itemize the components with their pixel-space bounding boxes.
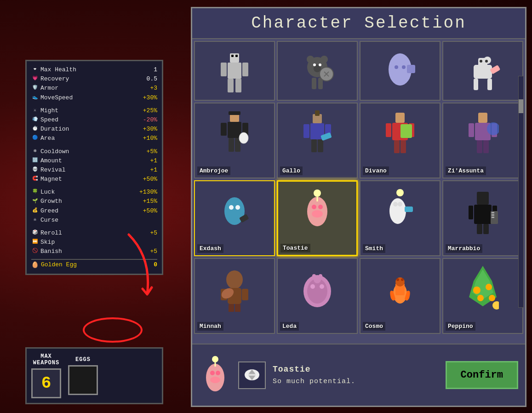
svg-rect-6 bbox=[231, 55, 234, 57]
char-card-skeleton[interactable] bbox=[194, 41, 275, 101]
scroll-thumb[interactable] bbox=[519, 99, 523, 113]
svg-point-75 bbox=[396, 189, 404, 196]
svg-point-67 bbox=[318, 205, 323, 209]
svg-point-20 bbox=[395, 65, 398, 69]
svg-point-66 bbox=[312, 205, 316, 209]
selected-char-desc: So much potential. bbox=[273, 378, 439, 385]
greed-icon: 💰 bbox=[31, 207, 39, 215]
svg-point-38 bbox=[239, 132, 248, 143]
svg-rect-76 bbox=[477, 192, 489, 205]
toastie-sprite bbox=[301, 189, 333, 235]
armor-icon: 🛡️ bbox=[31, 85, 39, 92]
golden-egg-row: 🥚 Golden Egg 0 bbox=[31, 259, 157, 270]
char-card-cosmo[interactable]: Cosmo bbox=[360, 258, 440, 334]
char-card-divano[interactable]: Divano bbox=[360, 103, 440, 178]
svg-point-99 bbox=[319, 274, 322, 278]
stat-banish: 🚫 Banish +5 bbox=[31, 247, 157, 256]
char-card-ambrojoe[interactable]: Ambrojoe bbox=[194, 103, 275, 178]
char-card-exdash[interactable]: Exdash bbox=[194, 180, 275, 256]
svg-point-86 bbox=[226, 270, 243, 289]
svg-rect-74 bbox=[405, 206, 413, 212]
char-name-gallo: Gallo bbox=[280, 166, 303, 175]
svg-point-68 bbox=[312, 210, 323, 218]
char-card-ziassunta[interactable]: Zi'Assunta bbox=[442, 103, 523, 178]
svg-point-73 bbox=[398, 202, 402, 206]
stat-cooldown: ❄️ Cooldown +5% bbox=[31, 148, 157, 156]
health-icon: ❤️ bbox=[31, 66, 39, 74]
char-name-divano: Divano bbox=[363, 166, 389, 175]
svg-rect-47 bbox=[395, 113, 405, 123]
char-name-minnah: Minnah bbox=[197, 322, 223, 331]
stat-recovery: 💗 Recovery 0.5 bbox=[31, 75, 157, 83]
stat-max-health: ❤️ Max Health 1 bbox=[31, 66, 157, 74]
stat-movespeed: 👟 MoveSpeed +30% bbox=[31, 94, 157, 102]
exdash-sprite bbox=[218, 188, 251, 234]
char-name-exdash: Exdash bbox=[197, 244, 223, 253]
svg-rect-90 bbox=[229, 304, 234, 312]
char-name-marrabbio: Marrabbio bbox=[446, 244, 482, 253]
svg-rect-5 bbox=[235, 79, 241, 92]
amount-icon: 🔢 bbox=[31, 157, 39, 165]
svg-rect-22 bbox=[407, 65, 415, 73]
char-card-smith[interactable]: Smith bbox=[360, 180, 440, 256]
svg-rect-53 bbox=[400, 124, 412, 138]
svg-rect-1 bbox=[228, 63, 241, 79]
svg-rect-84 bbox=[492, 214, 494, 216]
confirm-button[interactable]: Confirm bbox=[446, 361, 518, 389]
svg-point-103 bbox=[396, 278, 399, 281]
svg-rect-81 bbox=[483, 224, 489, 234]
char-card-minnah[interactable]: Minnah bbox=[194, 258, 275, 334]
title-bar: Character Selection bbox=[192, 8, 525, 39]
char-card-gallo[interactable]: Gallo bbox=[277, 103, 358, 178]
svg-rect-56 bbox=[469, 123, 474, 137]
svg-rect-43 bbox=[311, 139, 317, 152]
eggs-box bbox=[68, 365, 98, 395]
svg-rect-85 bbox=[492, 217, 494, 218]
svg-rect-49 bbox=[386, 123, 391, 137]
char-card-bear[interactable] bbox=[277, 41, 358, 101]
max-weapons-section: MAX WEAPONS 6 bbox=[31, 353, 61, 398]
svg-rect-0 bbox=[230, 53, 239, 63]
svg-rect-91 bbox=[235, 304, 240, 312]
banish-icon: 🚫 bbox=[31, 248, 39, 255]
svg-point-104 bbox=[401, 278, 404, 281]
char-card-leda[interactable]: Leda bbox=[277, 258, 358, 334]
char-description: Toastie So much potential. bbox=[273, 365, 439, 385]
char-card-ghost[interactable] bbox=[360, 41, 440, 101]
char-name-peppino: Peppino bbox=[446, 322, 475, 331]
svg-point-98 bbox=[312, 274, 316, 278]
bottom-left-panel: MAX WEAPONS 6 EGGS bbox=[25, 347, 163, 404]
svg-rect-29 bbox=[487, 79, 492, 90]
svg-point-71 bbox=[389, 198, 406, 224]
svg-point-108 bbox=[486, 284, 492, 290]
scroll-track[interactable] bbox=[518, 76, 524, 308]
smith-sprite bbox=[384, 188, 416, 234]
svg-rect-80 bbox=[477, 224, 482, 234]
duration-icon: ⏱️ bbox=[31, 126, 39, 133]
selected-weapon-icon bbox=[238, 361, 266, 389]
cooldown-icon: ❄️ bbox=[31, 148, 39, 155]
char-card-toastie[interactable]: Toastie bbox=[277, 180, 358, 256]
area-icon: 🔵 bbox=[31, 135, 39, 142]
svg-rect-4 bbox=[228, 79, 234, 92]
max-weapons-box: 6 bbox=[31, 368, 61, 398]
stat-reroll: 🎲 Reroll +5 bbox=[31, 229, 157, 237]
character-selection-panel: Character Selection bbox=[191, 7, 526, 407]
char-card-peppino[interactable]: Peppino bbox=[442, 258, 523, 334]
char-card-dog[interactable] bbox=[442, 41, 523, 101]
svg-rect-2 bbox=[221, 63, 227, 76]
svg-rect-3 bbox=[242, 63, 248, 76]
svg-rect-34 bbox=[221, 123, 227, 136]
svg-point-26 bbox=[480, 60, 482, 63]
peppino-sprite bbox=[467, 265, 499, 313]
svg-rect-36 bbox=[229, 138, 234, 152]
stat-revival: 💀 Revival +1 bbox=[31, 166, 157, 174]
char-card-marrabbio[interactable]: Marrabbio bbox=[442, 180, 523, 256]
svg-point-10 bbox=[320, 56, 328, 63]
svg-rect-52 bbox=[400, 140, 406, 153]
svg-point-96 bbox=[320, 284, 324, 289]
svg-point-116 bbox=[212, 356, 218, 362]
stat-curse: ☠️ Curse bbox=[31, 216, 157, 224]
luck-icon: 🍀 bbox=[31, 189, 39, 196]
dog-sprite bbox=[464, 51, 501, 92]
